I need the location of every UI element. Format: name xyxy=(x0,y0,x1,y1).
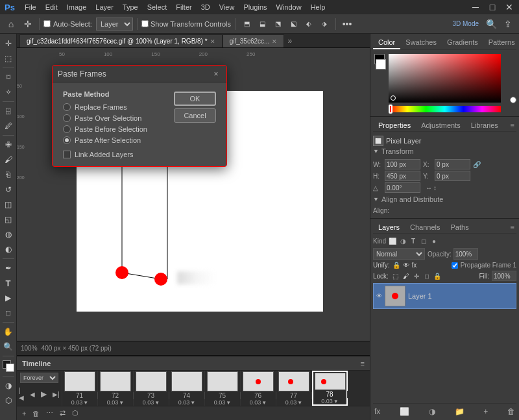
lock-position-btn[interactable]: ✛ xyxy=(412,271,421,280)
radio-paste-before[interactable]: Paste Before Selection xyxy=(63,125,216,133)
filter-smart-icon[interactable]: ● xyxy=(429,236,439,245)
gradient-tool-btn[interactable]: ◱ xyxy=(1,212,16,227)
screen-mode-btn[interactable]: ⬡ xyxy=(1,393,16,408)
menu-type[interactable]: Type xyxy=(119,2,142,12)
next-frame-btn[interactable]: ▶| xyxy=(51,390,62,399)
move-tool-btn[interactable]: ✛ xyxy=(1,36,16,51)
hue-bar[interactable] xyxy=(389,106,501,112)
new-layer-btn[interactable]: + xyxy=(482,406,489,417)
menu-help[interactable]: Help xyxy=(307,2,330,12)
autoselect-checkbox[interactable] xyxy=(43,20,51,27)
window-close[interactable]: ✕ xyxy=(502,0,516,14)
eraser-tool-btn[interactable]: ◫ xyxy=(1,197,16,212)
lock-transparent-btn[interactable]: ⬚ xyxy=(391,271,400,280)
opacity-input[interactable] xyxy=(453,248,478,260)
frame-75-duration[interactable]: 0.03▼ xyxy=(214,399,231,406)
tab-gif1[interactable]: gif_c32dac1fddf4634f76576cec.gif @ 100% … xyxy=(19,34,223,47)
flip-h-btn[interactable]: ↔ xyxy=(426,184,432,191)
foreground-background-colors[interactable] xyxy=(3,360,14,372)
shape-tool-btn[interactable]: □ xyxy=(1,306,16,320)
align-bottom-btn[interactable]: ⬗ xyxy=(317,17,332,31)
frame-78[interactable]: 78 0.03▼ xyxy=(312,371,348,406)
first-frame-btn[interactable]: |◀ xyxy=(17,386,26,402)
tab-libraries[interactable]: Libraries xyxy=(466,119,503,131)
menu-view[interactable]: View xyxy=(215,2,239,12)
cancel-button[interactable]: Cancel xyxy=(174,108,216,123)
lock-all-btn[interactable]: 🔒 xyxy=(433,271,442,280)
tl-reverse-btn[interactable]: ⇄ xyxy=(58,409,67,417)
frames-scroll[interactable]: 71 0.03▼ 72 0.03▼ 73 0 xyxy=(62,371,370,406)
y-input[interactable] xyxy=(435,171,470,181)
filter-shape-icon[interactable]: ◻ xyxy=(419,236,428,245)
menu-layer[interactable]: Layer xyxy=(91,2,117,12)
dodge-tool-btn[interactable]: ◐ xyxy=(1,242,16,256)
loop-select-btn[interactable]: Forever Once 3 Times xyxy=(18,372,60,384)
path-selection-btn[interactable]: ▶ xyxy=(1,291,16,305)
frame-71[interactable]: 71 0.03▼ xyxy=(62,371,98,406)
bg-color-swatch[interactable] xyxy=(376,59,386,69)
tab-color[interactable]: Color xyxy=(373,36,400,49)
tab-properties[interactable]: Properties xyxy=(373,119,416,131)
delete-layer-btn[interactable]: 🗑 xyxy=(506,406,516,417)
frame-73-duration[interactable]: 0.03▼ xyxy=(143,399,160,406)
paste-frames-dialog[interactable]: Paste Frames × Paste Method Replace Fram… xyxy=(52,65,227,167)
frame-76[interactable]: 76 0.03▼ xyxy=(241,371,276,406)
frame-72[interactable]: 72 0.03▼ xyxy=(98,371,134,406)
link-added-layers-checkbox[interactable] xyxy=(63,151,71,158)
zoom-tool-btn[interactable]: 🔍 xyxy=(1,340,16,354)
layer-visibility-eye[interactable]: 👁 xyxy=(376,293,382,299)
blur-tool-btn[interactable]: ◍ xyxy=(1,227,16,241)
align-section-header[interactable]: ▼ Align and Distribute xyxy=(373,195,516,203)
menu-image[interactable]: Image xyxy=(63,2,91,12)
magic-wand-btn[interactable]: ✧ xyxy=(1,85,16,99)
tab-gif2[interactable]: gif_35c62cc... ✕ xyxy=(223,34,285,47)
align-right-btn[interactable]: ⬔ xyxy=(271,17,285,31)
blend-mode-dropdown[interactable]: Normal Multiply Screen xyxy=(373,248,425,260)
menu-plugins[interactable]: Plugins xyxy=(239,2,271,12)
layer-item-1[interactable]: 👁 Layer 1 xyxy=(373,283,516,309)
frame-73[interactable]: 73 0.03▼ xyxy=(134,371,169,406)
lock-artboard-btn[interactable]: □ xyxy=(422,271,431,280)
tab-swatches[interactable]: Swatches xyxy=(400,36,442,49)
share-btn[interactable]: ⇪ xyxy=(501,17,515,31)
height-input[interactable] xyxy=(385,171,420,181)
tab-paths[interactable]: Paths xyxy=(446,221,474,233)
quick-mask-btn[interactable]: ◑ xyxy=(1,378,16,393)
menu-select[interactable]: Select xyxy=(143,2,171,12)
transform-section-header[interactable]: ▼ Transform xyxy=(373,147,516,155)
menu-3d[interactable]: 3D xyxy=(197,2,214,12)
radio-paste-after[interactable]: Paste After Selection xyxy=(63,136,216,144)
align-left-btn[interactable]: ⬒ xyxy=(239,17,254,31)
tab-gradients[interactable]: Gradients xyxy=(442,36,483,49)
frame-74[interactable]: 74 0.03▼ xyxy=(169,371,205,406)
history-brush-btn[interactable]: ↺ xyxy=(1,182,16,197)
crop-tool-btn[interactable]: ⌹ xyxy=(1,104,16,118)
angle-input[interactable] xyxy=(385,182,420,193)
fill-input[interactable] xyxy=(492,271,516,281)
lasso-tool-btn[interactable]: ⌑ xyxy=(1,70,16,84)
tab-gif1-close[interactable]: ✕ xyxy=(210,38,215,45)
chain-icon[interactable]: 🔗 xyxy=(473,161,481,168)
add-style-btn[interactable]: fx xyxy=(373,406,381,417)
tab-layers[interactable]: Layers xyxy=(373,221,405,233)
timeline-menu-btn[interactable]: ≡ xyxy=(361,360,365,367)
loop-dropdown[interactable]: Forever Once 3 Times xyxy=(20,373,58,383)
frame-74-duration[interactable]: 0.03▼ xyxy=(178,399,195,406)
more-options-btn[interactable]: ••• xyxy=(340,17,354,31)
prev-frame-btn[interactable]: ◀ xyxy=(28,390,37,399)
marquee-tool-btn[interactable]: ⬚ xyxy=(1,51,16,66)
frame-77-duration[interactable]: 0.03▼ xyxy=(285,399,302,406)
tabs-more-btn[interactable]: » xyxy=(284,34,295,47)
filter-adjust-icon[interactable]: ◑ xyxy=(398,236,407,245)
frame-77[interactable]: 77 0.03▼ xyxy=(276,371,312,406)
hand-tool-btn[interactable]: ✋ xyxy=(1,325,16,339)
propagate-checkbox[interactable] xyxy=(452,262,458,269)
menu-edit[interactable]: Edit xyxy=(42,2,62,12)
flip-v-btn[interactable]: ↕ xyxy=(433,184,437,191)
show-transform-checkbox[interactable] xyxy=(141,20,149,27)
unify-icon-2[interactable]: 👁 xyxy=(403,262,409,269)
lock-image-btn[interactable]: 🖌 xyxy=(402,271,411,280)
align-top-btn[interactable]: ⬕ xyxy=(286,17,300,31)
search-btn[interactable]: 🔍 xyxy=(484,17,498,31)
tab-channels[interactable]: Channels xyxy=(405,221,445,233)
